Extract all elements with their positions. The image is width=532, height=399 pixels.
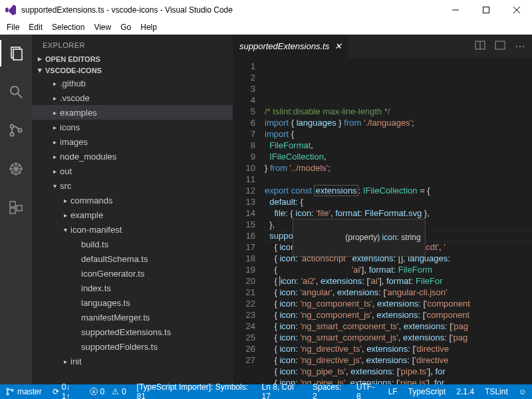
section-label: VSCODE-ICONS bbox=[45, 66, 102, 74]
activity-extensions-icon[interactable] bbox=[0, 194, 32, 221]
sb-tslint[interactable]: TSLint bbox=[479, 384, 513, 399]
explorer-sidebar: EXPLORER ▸OPEN EDITORS ▾VSCODE-ICONS ▸.g… bbox=[32, 35, 233, 384]
sb-sync[interactable]: ⟳ 0↓ 1↑ bbox=[47, 384, 84, 399]
sb-cursor[interactable]: Ln 8, Col 17 bbox=[257, 384, 307, 399]
menu-go[interactable]: Go bbox=[116, 23, 135, 32]
statusbar: master ⟳ 0↓ 1↑ ⓧ 0 ⚠ 0 [TypeScript Impor… bbox=[0, 384, 532, 399]
svg-point-22 bbox=[7, 388, 9, 390]
svg-point-23 bbox=[7, 393, 9, 395]
activity-scm-icon[interactable] bbox=[0, 117, 32, 144]
svg-point-9 bbox=[11, 133, 14, 136]
folder--github[interactable]: ▸.github bbox=[32, 76, 233, 90]
menu-view[interactable]: View bbox=[90, 23, 115, 32]
window-close-button[interactable] bbox=[501, 0, 532, 20]
menu-edit[interactable]: Edit bbox=[25, 23, 47, 32]
svg-point-10 bbox=[19, 129, 22, 132]
menu-file[interactable]: File bbox=[3, 23, 23, 32]
sb-errors[interactable]: ⓧ 0 ⚠ 0 bbox=[84, 384, 132, 399]
sidebar-title: EXPLORER bbox=[32, 35, 233, 53]
folder-commands[interactable]: ▸commands bbox=[32, 193, 233, 207]
folder-src[interactable]: ▾src bbox=[32, 178, 233, 193]
activity-explorer-icon[interactable] bbox=[0, 40, 32, 66]
toggle-layout-icon[interactable] bbox=[495, 40, 505, 53]
editor-tab[interactable]: supportedExtensions.ts ✕ bbox=[233, 35, 348, 58]
svg-line-7 bbox=[18, 94, 22, 98]
activity-bar bbox=[0, 35, 32, 384]
folder--vscode[interactable]: ▸.vscode bbox=[32, 90, 233, 105]
sb-feedback-icon[interactable]: ☺ bbox=[513, 384, 532, 399]
file-supportedExtensions-ts[interactable]: supportedExtensions.ts bbox=[32, 325, 233, 339]
code-editor[interactable]: 1234567891011121314151617181920212223242… bbox=[233, 58, 532, 384]
svg-rect-21 bbox=[495, 41, 505, 49]
menu-selection[interactable]: Selection bbox=[48, 23, 88, 32]
folder-example[interactable]: ▸example bbox=[32, 207, 233, 222]
section-project[interactable]: ▾VSCODE-ICONS bbox=[32, 65, 233, 76]
sb-lang[interactable]: TypeScript bbox=[403, 384, 452, 399]
editor-tabbar: supportedExtensions.ts ✕ ⋯ bbox=[233, 35, 532, 58]
svg-point-8 bbox=[11, 125, 14, 128]
folder-node_modules[interactable]: ▸node_modules bbox=[32, 149, 233, 164]
folder-icon-manifest[interactable]: ▾icon-manifest bbox=[32, 222, 233, 237]
split-editor-icon[interactable] bbox=[475, 40, 485, 53]
file-index-ts[interactable]: index.ts bbox=[32, 281, 233, 295]
window-maximize-button[interactable] bbox=[471, 0, 501, 20]
folder-out[interactable]: ▸out bbox=[32, 164, 233, 178]
folder-examples[interactable]: ▸examples bbox=[32, 105, 233, 120]
file-iconGenerator-ts[interactable]: iconGenerator.ts bbox=[32, 266, 233, 281]
folder-init[interactable]: ▸init bbox=[32, 354, 233, 368]
svg-point-6 bbox=[11, 86, 19, 94]
menubar: FileEditSelectionViewGoHelp bbox=[0, 20, 532, 35]
menu-help[interactable]: Help bbox=[136, 23, 161, 32]
editor-group: supportedExtensions.ts ✕ ⋯ 1234567891011… bbox=[233, 35, 532, 384]
window-title: supportedExtensions.ts - vscode-icons - … bbox=[21, 5, 440, 15]
file-manifestMerger-ts[interactable]: manifestMerger.ts bbox=[32, 310, 233, 325]
svg-rect-1 bbox=[483, 7, 489, 13]
file-tree: ▸.github▸.vscode▸examples▸icons▸images▸n… bbox=[32, 76, 233, 384]
sb-version[interactable]: 2.1.4 bbox=[451, 384, 479, 399]
sb-ts-importer[interactable]: [TypeScript Importer]: Symbols: 81 bbox=[132, 384, 257, 399]
folder-icons[interactable]: ▸icons bbox=[32, 120, 233, 134]
more-actions-icon[interactable]: ⋯ bbox=[515, 40, 525, 53]
section-label: OPEN EDITORS bbox=[45, 55, 100, 63]
svg-rect-5 bbox=[13, 49, 22, 60]
hover-tooltip: (property) icon: string bbox=[293, 219, 426, 257]
svg-rect-18 bbox=[17, 205, 22, 211]
file-languages-ts[interactable]: languages.ts bbox=[32, 295, 233, 310]
sb-encoding[interactable]: UTF-8 bbox=[351, 384, 383, 399]
section-open-editors[interactable]: ▸OPEN EDITORS bbox=[32, 53, 233, 65]
svg-rect-16 bbox=[10, 201, 15, 207]
svg-rect-17 bbox=[10, 208, 15, 213]
window-titlebar: supportedExtensions.ts - vscode-icons - … bbox=[0, 0, 532, 20]
svg-point-24 bbox=[11, 389, 13, 391]
tab-label: supportedExtensions.ts bbox=[239, 41, 329, 51]
line-gutter: 1234567891011121314151617181920212223242… bbox=[233, 58, 265, 384]
file-defaultSchema-ts[interactable]: defaultSchema.ts bbox=[32, 251, 233, 266]
folder-images[interactable]: ▸images bbox=[32, 134, 233, 149]
sb-spaces[interactable]: Spaces: 2 bbox=[307, 384, 351, 399]
file-build-ts[interactable]: build.ts bbox=[32, 237, 233, 251]
vscode-logo-icon bbox=[5, 5, 16, 15]
activity-search-icon[interactable] bbox=[0, 78, 32, 105]
sb-branch[interactable]: master bbox=[0, 384, 47, 399]
window-minimize-button[interactable] bbox=[440, 0, 471, 20]
close-icon[interactable]: ✕ bbox=[334, 41, 342, 51]
file-supportedFolders-ts[interactable]: supportedFolders.ts bbox=[32, 339, 233, 354]
code-content[interactable]: (property) icon: string /* tslint:disabl… bbox=[265, 58, 532, 384]
sb-eol[interactable]: LF bbox=[383, 384, 403, 399]
activity-debug-icon[interactable] bbox=[0, 156, 32, 182]
